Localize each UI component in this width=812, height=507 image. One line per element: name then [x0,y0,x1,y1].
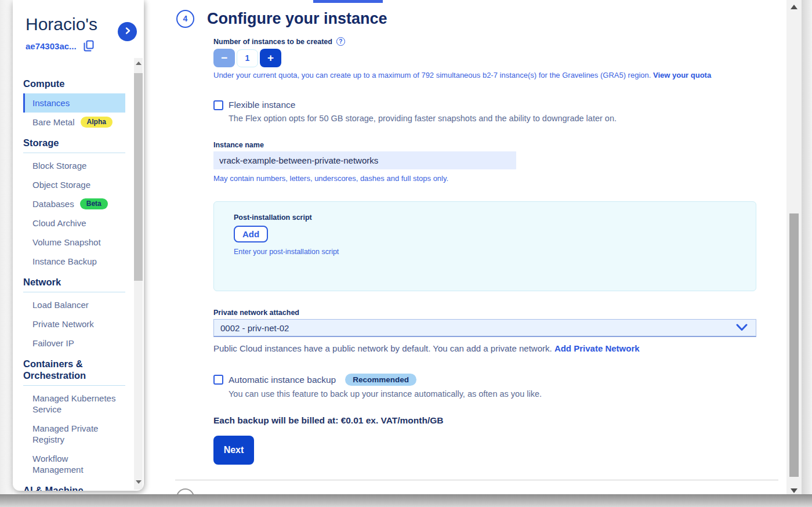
step-divider [175,480,778,480]
add-private-network-link[interactable]: Add Private Network [554,343,640,353]
post-installation-panel: Post-installation script Add Enter your … [213,201,756,291]
instance-count-value[interactable]: 1 [237,49,258,67]
sidebar-item-instances[interactable]: Instances [23,93,125,113]
sidebar-nav: Compute Instances Bare Metal Alpha Stora… [13,73,144,491]
sidebar-header: Horacio's ae74303ac... [13,0,144,52]
private-network-label: Private network attached [213,309,299,317]
sidebar-item-managed-private-registry[interactable]: Managed Private Registry [23,419,122,449]
scroll-down-icon[interactable] [134,477,143,487]
instance-name-helper: May contain numbers, letters, underscore… [213,174,448,183]
sidebar-item-block-storage[interactable]: Block Storage [23,156,125,175]
main-content: 4 Configure your instance Number of inst… [144,0,786,494]
sidebar-scrollbar-thumb[interactable] [134,73,143,281]
sidebar-item-managed-kubernetes[interactable]: Managed Kubernetes Service [23,389,133,419]
section-divider [23,153,125,153]
sidebar-item-databases[interactable]: Databases Beta [23,194,125,213]
sidebar-item-label: Volume Snapshot [32,237,101,248]
instance-name-label: Instance name [213,141,264,149]
nav-section-containers: Containers & Orchestration [23,353,116,385]
help-icon[interactable]: ? [336,37,345,46]
flexible-instance-block: Flexible instance The Flex option opts f… [213,100,617,123]
increase-instances-button[interactable]: + [260,49,281,67]
sidebar-item-label: Managed Private Registry [32,423,122,445]
recommended-badge: Recommended [345,374,416,386]
scrolled-tab-indicator [313,0,383,3]
nav-section-ai-ml: AI & Machine Learning [23,479,110,491]
sidebar-item-label: Bare Metal [32,117,75,128]
scroll-up-icon[interactable] [134,58,143,68]
sidebar: Horacio's ae74303ac... Compute Instances… [13,0,144,491]
nav-section-network: Network [23,271,125,292]
scroll-up-icon[interactable] [786,1,802,13]
section-divider [23,385,125,386]
backup-billing-note: Each backup will be billed at: €0.01 ex.… [213,415,444,426]
post-install-label: Post-installation script [234,213,756,222]
sidebar-item-label: Managed Kubernetes Service [32,393,133,415]
sidebar-item-instance-backup[interactable]: Instance Backup [23,252,125,271]
page-scrollbar-thumb[interactable] [789,213,799,477]
sidebar-item-failover-ip[interactable]: Failover IP [23,334,125,353]
copy-icon[interactable] [84,40,94,52]
private-network-select[interactable]: 0002 - priv-net-02 [213,319,756,337]
flexible-instance-description: The Flex option opts for 50 GB storage, … [229,114,617,123]
nav-section-storage: Storage [23,132,125,153]
sidebar-item-label: Instance Backup [32,256,97,267]
sidebar-scrollbar[interactable] [134,58,143,490]
sidebar-item-label: Private Network [32,318,94,329]
sidebar-item-bare-metal[interactable]: Bare Metal Alpha [23,113,125,132]
chevron-down-icon [736,323,748,333]
page-title: Configure your instance [207,9,387,28]
section-divider [23,292,125,292]
sidebar-item-private-network[interactable]: Private Network [23,314,125,334]
sidebar-item-label: Cloud Archive [32,218,86,229]
flexible-instance-checkbox[interactable] [213,100,223,110]
automatic-backup-checkbox[interactable] [213,375,223,385]
sidebar-item-load-balancer[interactable]: Load Balancer [23,295,125,314]
automatic-backup-label: Automatic instance backup [229,375,336,385]
sidebar-item-label: Block Storage [32,160,86,171]
automatic-backup-description: You can use this feature to back up your… [229,389,542,399]
quota-text: Under your current quota, you can create… [213,71,711,79]
sidebar-item-object-storage[interactable]: Object Storage [23,175,125,194]
expand-sidebar-button[interactable] [118,22,137,41]
sidebar-item-label: Load Balancer [32,299,89,310]
sidebar-item-label: Workflow Management [32,453,110,475]
quantity-stepper: − 1 + [213,49,281,67]
window-right-edge [802,0,812,507]
chevron-right-icon [124,27,132,37]
sidebar-item-label: Instances [32,97,70,108]
sidebar-item-label: Failover IP [32,338,74,349]
window-bottom-edge [0,494,812,507]
quota-message: Under your current quota, you can create… [213,71,651,79]
project-title: Horacio's [26,14,114,35]
sidebar-item-volume-snapshot[interactable]: Volume Snapshot [23,233,125,252]
alpha-badge: Alpha [81,117,113,128]
instance-name-input[interactable] [213,151,516,169]
project-id-link[interactable]: ae74303ac... [26,41,77,51]
private-network-helper: Public Cloud instances have a public net… [213,343,640,353]
decrease-instances-button[interactable]: − [213,49,235,67]
flexible-instance-label: Flexible instance [229,100,295,110]
add-script-button[interactable]: Add [234,226,268,242]
sidebar-item-label: Databases [32,198,74,209]
sidebar-item-label: Object Storage [32,179,90,190]
sidebar-item-cloud-archive[interactable]: Cloud Archive [23,213,125,233]
private-network-selected-value: 0002 - priv-net-02 [220,323,289,333]
sidebar-item-workflow-management[interactable]: Workflow Management [23,449,110,479]
next-button[interactable]: Next [213,436,254,465]
automatic-backup-block: Automatic instance backup Recommended Yo… [213,374,542,399]
page: Horacio's ae74303ac... Compute Instances… [0,0,812,507]
beta-badge: Beta [80,198,108,209]
view-quota-link[interactable]: View your quota [653,71,711,79]
window-left-edge [0,0,13,494]
instance-count-label: Number of instances to be created [213,38,332,46]
post-install-helper: Enter your post-installation script [234,248,756,256]
nav-section-compute: Compute [23,73,125,93]
private-network-helper-text: Public Cloud instances have a public net… [213,343,552,353]
page-scrollbar[interactable] [786,0,802,500]
step-number-badge: 4 [176,10,194,28]
